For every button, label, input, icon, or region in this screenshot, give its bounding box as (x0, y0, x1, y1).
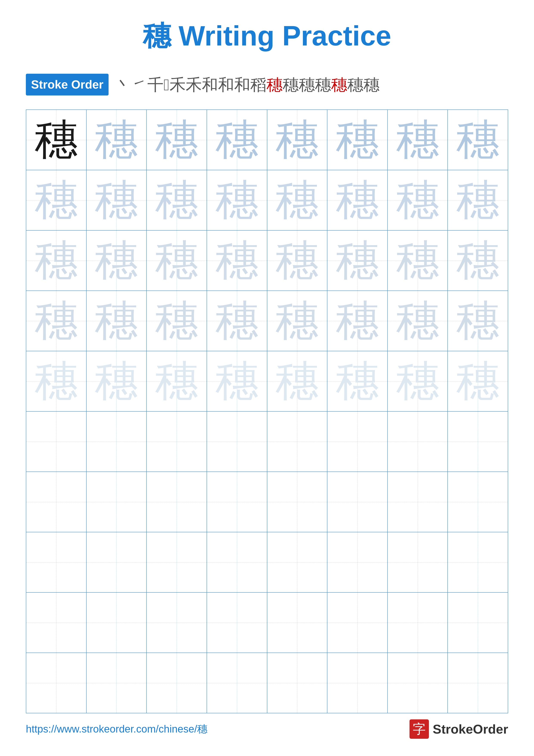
footer: https://www.strokeorder.com/chinese/穗 字 … (26, 719, 508, 739)
grid-cell-4-2[interactable]: 穗 (87, 291, 147, 351)
grid-cell-1-2[interactable]: 穗 (87, 110, 147, 170)
grid-cell-8-6[interactable] (327, 532, 388, 592)
practice-char: 穗 (35, 116, 78, 164)
grid-cell-3-1[interactable]: 穗 (26, 230, 87, 291)
grid-cell-4-7[interactable]: 穗 (388, 291, 448, 351)
grid-cell-7-1[interactable] (26, 472, 87, 532)
grid-cell-1-5[interactable]: 穗 (267, 110, 327, 170)
grid-cell-3-5[interactable]: 穗 (267, 230, 327, 291)
grid-cell-2-8[interactable]: 穗 (447, 170, 508, 230)
grid-cell-4-6[interactable]: 穗 (327, 291, 388, 351)
grid-cell-6-2[interactable] (87, 411, 147, 472)
strokeorder-logo-icon: 字 (410, 719, 429, 739)
grid-cell-5-3[interactable]: 穗 (146, 351, 207, 411)
grid-cell-2-1[interactable]: 穗 (26, 170, 87, 230)
grid-cell-7-5[interactable] (267, 472, 327, 532)
grid-cell-9-7[interactable] (388, 592, 448, 653)
grid-cell-7-7[interactable] (388, 472, 448, 532)
practice-char: 穗 (336, 176, 379, 224)
grid-cell-5-2[interactable]: 穗 (87, 351, 147, 411)
grid-cell-10-7[interactable] (388, 653, 448, 713)
grid-cell-9-2[interactable] (87, 592, 147, 653)
grid-cell-2-4[interactable]: 穗 (207, 170, 267, 230)
grid-cell-8-4[interactable] (207, 532, 267, 592)
grid-cell-2-6[interactable]: 穗 (327, 170, 388, 230)
grid-cell-2-7[interactable]: 穗 (388, 170, 448, 230)
title-text: Writing Practice (179, 20, 391, 51)
grid-cell-1-6[interactable]: 穗 (327, 110, 388, 170)
grid-cell-7-8[interactable] (447, 472, 508, 532)
page: 穗 Writing Practice Stroke Order 丶 ㇀ 千 𠂇 … (0, 0, 534, 756)
grid-cell-6-5[interactable] (267, 411, 327, 472)
practice-char: 穗 (275, 357, 318, 405)
grid-cell-10-2[interactable] (87, 653, 147, 713)
grid-cell-1-7[interactable]: 穗 (388, 110, 448, 170)
grid-cell-8-5[interactable] (267, 532, 327, 592)
grid-cell-1-4[interactable]: 穗 (207, 110, 267, 170)
grid-cell-2-5[interactable]: 穗 (267, 170, 327, 230)
grid-cell-9-1[interactable] (26, 592, 87, 653)
grid-cell-2-3[interactable]: 穗 (146, 170, 207, 230)
footer-url[interactable]: https://www.strokeorder.com/chinese/穗 (26, 722, 207, 736)
grid-cell-10-3[interactable] (146, 653, 207, 713)
logo-char: 字 (413, 720, 426, 738)
stroke-13: 穗 (299, 73, 315, 96)
practice-char: 穗 (456, 116, 499, 164)
grid-cell-5-7[interactable]: 穗 (388, 351, 448, 411)
grid-cell-8-2[interactable] (87, 532, 147, 592)
grid-cell-4-5[interactable]: 穗 (267, 291, 327, 351)
grid-cell-8-1[interactable] (26, 532, 87, 592)
grid-cell-8-7[interactable] (388, 532, 448, 592)
grid-cell-10-1[interactable] (26, 653, 87, 713)
grid-cell-4-8[interactable]: 穗 (447, 291, 508, 351)
grid-cell-7-4[interactable] (207, 472, 267, 532)
grid-cell-9-3[interactable] (146, 592, 207, 653)
grid-cell-6-8[interactable] (447, 411, 508, 472)
grid-cell-7-2[interactable] (87, 472, 147, 532)
stroke-2: ㇀ (131, 73, 147, 96)
grid-cell-5-4[interactable]: 穗 (207, 351, 267, 411)
grid-cell-4-3[interactable]: 穗 (146, 291, 207, 351)
grid-cell-9-5[interactable] (267, 592, 327, 653)
grid-cell-8-3[interactable] (146, 532, 207, 592)
grid-cell-6-3[interactable] (146, 411, 207, 472)
stroke-3: 千 (147, 73, 164, 96)
grid-cell-4-4[interactable]: 穗 (207, 291, 267, 351)
grid-cell-10-5[interactable] (267, 653, 327, 713)
grid-cell-10-8[interactable] (447, 653, 508, 713)
stroke-order-badge: Stroke Order (26, 74, 109, 95)
grid-cell-10-6[interactable] (327, 653, 388, 713)
grid-cell-3-6[interactable]: 穗 (327, 230, 388, 291)
stroke-7: 和 (202, 73, 218, 96)
grid-cell-2-2[interactable]: 穗 (87, 170, 147, 230)
grid-cell-8-8[interactable] (447, 532, 508, 592)
grid-cell-3-4[interactable]: 穗 (207, 230, 267, 291)
grid-cell-3-3[interactable]: 穗 (146, 230, 207, 291)
grid-cell-3-2[interactable]: 穗 (87, 230, 147, 291)
grid-cell-5-1[interactable]: 穗 (26, 351, 87, 411)
grid-cell-5-5[interactable]: 穗 (267, 351, 327, 411)
grid-cell-5-6[interactable]: 穗 (327, 351, 388, 411)
grid-cell-5-8[interactable]: 穗 (447, 351, 508, 411)
stroke-14: 穗 (315, 73, 331, 96)
grid-cell-3-8[interactable]: 穗 (447, 230, 508, 291)
grid-cell-6-6[interactable] (327, 411, 388, 472)
stroke-11: 穗 (267, 73, 283, 96)
grid-cell-1-1[interactable]: 穗 (26, 110, 87, 170)
grid-cell-6-4[interactable] (207, 411, 267, 472)
practice-char: 穗 (216, 297, 259, 345)
grid-cell-1-8[interactable]: 穗 (447, 110, 508, 170)
grid-cell-7-3[interactable] (146, 472, 207, 532)
grid-cell-1-3[interactable]: 穗 (146, 110, 207, 170)
grid-cell-6-1[interactable] (26, 411, 87, 472)
footer-logo-text: StrokeOrder (433, 722, 508, 737)
grid-cell-9-6[interactable] (327, 592, 388, 653)
grid-cell-7-6[interactable] (327, 472, 388, 532)
grid-cell-3-7[interactable]: 穗 (388, 230, 448, 291)
practice-char: 穗 (396, 116, 439, 164)
grid-cell-9-8[interactable] (447, 592, 508, 653)
grid-cell-10-4[interactable] (207, 653, 267, 713)
grid-cell-9-4[interactable] (207, 592, 267, 653)
grid-cell-4-1[interactable]: 穗 (26, 291, 87, 351)
grid-cell-6-7[interactable] (388, 411, 448, 472)
